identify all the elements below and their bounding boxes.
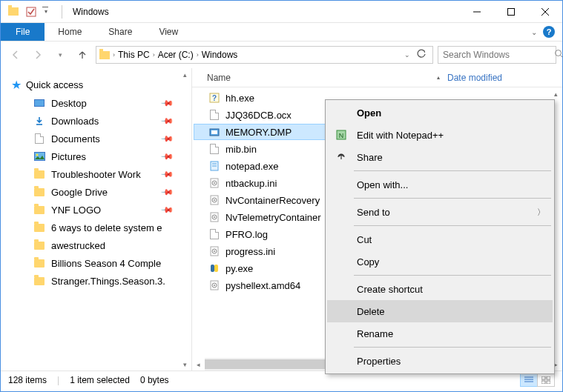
address-dropdown-icon[interactable]: ⌄ xyxy=(404,51,410,59)
svg-rect-37 xyxy=(541,376,545,379)
menu-separator xyxy=(354,347,551,348)
column-date[interactable]: Date modified xyxy=(440,73,562,83)
tab-share[interactable]: Share xyxy=(95,23,145,41)
file-icon xyxy=(208,194,220,206)
status-item-count: 128 items xyxy=(8,375,47,385)
help-icon[interactable]: ? xyxy=(543,26,555,38)
sidebar-item[interactable]: Stranger.Things.Season.3. xyxy=(8,272,191,290)
svg-rect-30 xyxy=(214,265,218,272)
scroll-left-icon[interactable]: ◂ xyxy=(192,358,205,371)
svg-text:N: N xyxy=(339,132,344,139)
quick-access-header[interactable]: ★ Quick access xyxy=(8,76,191,94)
sidebar-item[interactable]: Desktop📌 xyxy=(8,94,191,112)
sidebar-item[interactable]: Pictures📌 xyxy=(8,147,191,165)
qat-dropdown-icon[interactable]: ▾ xyxy=(41,4,57,20)
menu-item-label: Copy xyxy=(357,256,379,268)
view-thumbnails-button[interactable] xyxy=(537,373,555,387)
crumb-drive[interactable]: Acer (C:) xyxy=(157,50,195,60)
maximize-button[interactable] xyxy=(494,1,528,23)
menu-item[interactable]: Rename xyxy=(327,322,553,345)
sidebar-item[interactable]: awestrucked xyxy=(8,236,191,254)
scroll-up-icon[interactable]: ▴ xyxy=(179,68,191,81)
file-icon xyxy=(208,228,220,240)
close-button[interactable] xyxy=(528,1,562,23)
file-icon xyxy=(208,211,220,223)
menu-item-label: Open with... xyxy=(357,179,408,190)
menu-item[interactable]: Cut xyxy=(327,228,553,250)
tab-home[interactable]: Home xyxy=(45,23,95,41)
chevron-icon[interactable]: › xyxy=(113,51,115,59)
forward-button[interactable] xyxy=(29,46,47,64)
chevron-icon[interactable]: › xyxy=(153,51,155,59)
menu-item-label: Edit with Notepad++ xyxy=(357,130,444,141)
status-view-switcher xyxy=(521,373,555,387)
pin-icon: 📌 xyxy=(159,167,174,181)
svg-rect-2 xyxy=(508,8,515,15)
sidebar-item-label: Billions Season 4 Comple xyxy=(51,258,161,269)
file-name: progress.ini xyxy=(225,246,275,257)
sidebar-item-label: Google Drive xyxy=(51,187,108,198)
minimize-button[interactable] xyxy=(460,1,494,23)
pin-icon: 📌 xyxy=(159,149,174,163)
ribbon-expand-icon[interactable]: ⌄ xyxy=(531,28,537,36)
menu-item[interactable]: Send to〉 xyxy=(327,201,553,223)
scroll-up-icon[interactable]: ▴ xyxy=(550,87,562,100)
view-details-button[interactable] xyxy=(520,373,538,387)
crumb-folder[interactable]: Windows xyxy=(200,50,240,60)
crumb-this-pc[interactable]: This PC xyxy=(116,50,151,60)
pin-icon: 📌 xyxy=(159,131,174,145)
address-bar[interactable]: › This PC › Acer (C:) › Windows ⌄ xyxy=(96,46,433,64)
sidebar-item[interactable]: Downloads📌 xyxy=(8,112,191,130)
sidebar-item[interactable]: 6 ways to delete system e xyxy=(8,219,191,236)
menu-item[interactable]: Open xyxy=(327,102,553,124)
sidebar-item-label: Pictures xyxy=(51,151,86,162)
menu-item[interactable]: Open with... xyxy=(327,173,553,196)
svg-point-19 xyxy=(214,182,215,184)
file-name: pyshellext.amd64 xyxy=(225,280,300,291)
sidebar-item[interactable]: Billions Season 4 Comple xyxy=(8,254,191,272)
menu-item-label: Properties xyxy=(357,356,401,367)
svg-rect-13 xyxy=(211,130,217,134)
menu-item[interactable]: Copy xyxy=(327,250,553,273)
file-icon xyxy=(208,279,220,291)
menu-item[interactable]: Properties xyxy=(327,350,553,372)
folder-icon xyxy=(33,275,45,287)
svg-rect-38 xyxy=(547,376,550,379)
file-name: MEMORY.DMP xyxy=(225,127,292,138)
svg-point-22 xyxy=(214,199,215,201)
file-icon xyxy=(208,126,220,138)
menu-item[interactable]: Delete xyxy=(327,300,553,322)
menu-item[interactable]: Share xyxy=(327,146,553,168)
menu-item[interactable]: Create shortcut xyxy=(327,278,553,300)
folder-icon[interactable] xyxy=(5,4,22,20)
menu-item-label: Delete xyxy=(357,306,385,317)
sidebar-item-label: Documents xyxy=(51,133,100,144)
sidebar-item-label: 6 ways to delete system e xyxy=(51,222,162,233)
recent-dropdown-icon[interactable]: ▾ xyxy=(51,46,69,64)
menu-item[interactable]: NEdit with Notepad++ xyxy=(327,124,553,146)
up-button[interactable] xyxy=(73,46,91,64)
refresh-icon[interactable] xyxy=(416,49,427,62)
monitor-icon xyxy=(33,97,45,109)
sidebar-item[interactable]: Troubleshooter Work📌 xyxy=(8,165,191,183)
search-input[interactable] xyxy=(443,50,554,60)
tab-view[interactable]: View xyxy=(145,23,191,41)
sidebar-item[interactable]: Documents📌 xyxy=(8,130,191,147)
column-name[interactable]: Name xyxy=(192,73,437,83)
back-button[interactable] xyxy=(7,46,24,64)
svg-point-9 xyxy=(36,154,38,156)
menu-item-label: Send to xyxy=(357,207,390,218)
scroll-down-icon[interactable]: ▾ xyxy=(179,358,191,371)
chevron-icon[interactable]: › xyxy=(197,51,199,59)
search-icon[interactable] xyxy=(554,49,563,61)
folder-icon xyxy=(33,168,45,180)
sidebar-item[interactable]: YNF LOGO📌 xyxy=(8,201,191,219)
search-box[interactable] xyxy=(438,46,556,64)
menu-item-label: Rename xyxy=(357,328,393,339)
sidebar-item[interactable]: Google Drive📌 xyxy=(8,183,191,201)
file-icon: ? xyxy=(208,92,220,104)
svg-rect-29 xyxy=(211,265,214,272)
menu-item-label: Create shortcut xyxy=(357,284,423,295)
file-tab[interactable]: File xyxy=(1,23,45,41)
properties-icon[interactable] xyxy=(23,4,39,20)
